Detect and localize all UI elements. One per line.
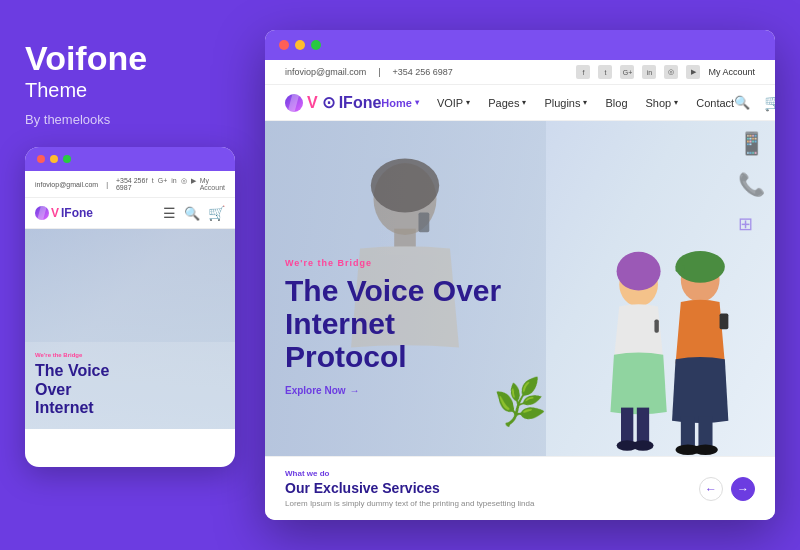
hero-content: We're the Bridge The Voice Over Internet…	[285, 258, 501, 396]
site-hero: 📱 📞 ⊞ We're the Bridge The Voice Over In…	[265, 121, 775, 456]
mobile-nav-icons: ☰ 🔍 🛒	[163, 205, 225, 221]
site-nav-links: Home▾ VOIP▾ Pages▾ Plugins▾ Blog	[381, 97, 734, 109]
twitter-icon: t	[152, 177, 154, 191]
services-bar: What we do Our Exclusive Services Lorem …	[265, 456, 775, 520]
browser-dot-yellow	[295, 40, 305, 50]
services-next-button[interactable]: →	[731, 477, 755, 501]
facebook-icon: f	[146, 177, 148, 191]
browser-mockup: infoviop@gmail.com | +354 256 6987 f t G…	[265, 30, 775, 520]
nav-plugins[interactable]: Plugins▾	[544, 97, 587, 109]
services-tag: What we do	[285, 469, 534, 478]
theme-title: Voifone	[25, 40, 235, 77]
mobile-cart-icon[interactable]: 🛒	[208, 205, 225, 221]
site-email: infoviop@gmail.com	[285, 67, 366, 77]
nav-home[interactable]: Home▾	[381, 97, 419, 109]
hero-title: The Voice Over Internet Protocol	[285, 274, 501, 373]
site-logo-icon	[285, 94, 303, 112]
mobile-myaccount[interactable]: My Account	[200, 177, 225, 191]
svg-point-5	[617, 252, 661, 291]
mobile-dot-red	[37, 155, 45, 163]
mobile-topbar: infoviop@gmail.com | +354 256 6987 f t G…	[25, 171, 235, 198]
mobile-hero-tag: We're the Bridge	[35, 352, 225, 358]
mobile-phone: +354 256 6987	[116, 177, 146, 191]
mobile-social-icons: f t G+ in ◎ ▶ My Account	[146, 177, 225, 191]
nav-contact[interactable]: Contact	[696, 97, 734, 109]
nav-search-icon[interactable]: 🔍	[734, 95, 750, 110]
instagram-icon: ◎	[181, 177, 187, 191]
site-topbar: infoviop@gmail.com | +354 256 6987 f t G…	[265, 60, 775, 85]
nav-pages[interactable]: Pages▾	[488, 97, 526, 109]
mobile-hero-overlay: We're the Bridge The Voice Over Internet	[25, 342, 235, 429]
nav-cart-wrap: 🛒 0	[764, 93, 775, 112]
browser-dot-red	[279, 40, 289, 50]
mobile-logo-icon	[35, 206, 49, 220]
svg-rect-3	[419, 212, 430, 232]
services-left: What we do Our Exclusive Services Lorem …	[285, 469, 534, 508]
site-googleplus-icon: G+	[620, 65, 634, 79]
site-twitter-icon: t	[598, 65, 612, 79]
site-topbar-right: f t G+ in ◎ ▶ My Account	[576, 65, 755, 79]
nav-cart-icon[interactable]: 🛒	[764, 94, 775, 111]
svg-point-9	[632, 440, 653, 451]
site-topbar-left: infoviop@gmail.com | +354 256 6987	[285, 67, 453, 77]
left-panel: Voifone Theme By themelooks infoviop@gma…	[25, 30, 235, 467]
services-description: Lorem Ipsum is simply dummy text of the …	[285, 499, 534, 508]
phone-float-icon: 📱	[738, 131, 765, 157]
mobile-contact-info: infoviop@gmail.com | +354 256 6987	[35, 177, 146, 191]
svg-point-17	[693, 445, 718, 456]
mobile-preview-card: infoviop@gmail.com | +354 256 6987 f t G…	[25, 147, 235, 467]
mobile-hero: We're the Bridge The Voice Over Internet	[25, 229, 235, 429]
site-youtube-icon: ▶	[686, 65, 700, 79]
floating-icons: 📱 📞 ⊞	[738, 131, 765, 235]
svg-rect-13	[676, 265, 685, 272]
site-logo: V⊙IFone	[285, 93, 381, 112]
site-facebook-icon: f	[576, 65, 590, 79]
services-prev-button[interactable]: ←	[699, 477, 723, 501]
mobile-search-icon[interactable]: 🔍	[184, 206, 200, 221]
theme-by: By themelooks	[25, 112, 235, 127]
hero-illustration: 🌿	[575, 236, 755, 456]
site-instagram-icon: ◎	[664, 65, 678, 79]
site-myaccount[interactable]: My Account	[708, 67, 755, 77]
mobile-titlebar	[25, 147, 235, 171]
website-content: infoviop@gmail.com | +354 256 6987 f t G…	[265, 60, 775, 520]
nav-shop[interactable]: Shop▾	[646, 97, 679, 109]
browser-dot-green	[311, 40, 321, 50]
site-nav: V⊙IFone Home▾ VOIP▾ Pages▾ Plugins▾	[265, 85, 775, 121]
call-float-icon: 📞	[738, 172, 765, 198]
youtube-icon: ▶	[191, 177, 196, 191]
hamburger-icon[interactable]: ☰	[163, 205, 176, 221]
hero-cta-button[interactable]: Explore Now	[285, 385, 360, 396]
site-nav-right: 🔍 🛒 0	[734, 93, 775, 112]
svg-point-1	[371, 158, 439, 212]
services-title: Our Exclusive Services	[285, 480, 534, 496]
grid-float-icon: ⊞	[738, 213, 765, 235]
mobile-email: infoviop@gmail.com	[35, 181, 98, 188]
mobile-hero-title: The Voice Over Internet	[35, 362, 225, 417]
mobile-dot-green	[63, 155, 71, 163]
mobile-nav: VIFone ☰ 🔍 🛒	[25, 198, 235, 229]
hero-tag: We're the Bridge	[285, 258, 501, 268]
nav-voip[interactable]: VOIP▾	[437, 97, 470, 109]
site-phone: +354 256 6987	[393, 67, 453, 77]
nav-blog[interactable]: Blog	[605, 97, 627, 109]
googleplus-icon: G+	[158, 177, 168, 191]
browser-titlebar	[265, 30, 775, 60]
svg-rect-10	[654, 320, 658, 333]
services-arrows: ← →	[699, 477, 755, 501]
illustration-characters	[575, 236, 755, 456]
svg-rect-18	[720, 313, 729, 329]
mobile-logo: VIFone	[35, 206, 93, 220]
mobile-dot-yellow	[50, 155, 58, 163]
svg-rect-2	[394, 228, 416, 246]
linkedin-icon: in	[171, 177, 176, 191]
site-linkedin-icon: in	[642, 65, 656, 79]
outer-container: Voifone Theme By themelooks infoviop@gma…	[0, 0, 800, 550]
theme-subtitle: Theme	[25, 79, 235, 102]
